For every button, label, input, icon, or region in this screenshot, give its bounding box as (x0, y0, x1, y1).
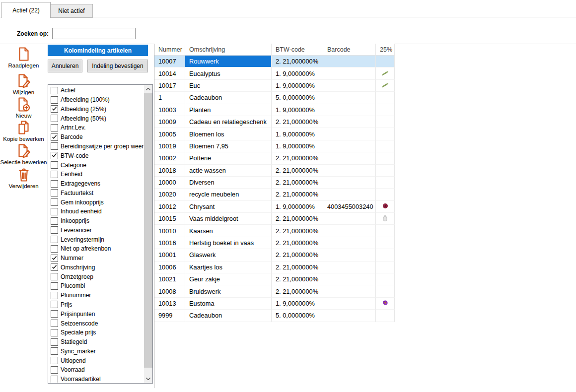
table-row[interactable]: 10017Euc1. 9,000000% (154, 80, 395, 92)
table-row[interactable]: 10016Herfstig boeket in vaas2. 21,000000… (154, 237, 395, 249)
column-checkbox-item[interactable]: Gem inkoopprijs (49, 197, 144, 207)
column-checkbox-item[interactable]: Niet op afrekenbon (49, 244, 144, 254)
checkbox-unchecked-icon[interactable] (51, 376, 58, 383)
checkbox-checked-icon[interactable] (51, 255, 58, 262)
column-checkbox-item[interactable]: Omschrijving (49, 263, 144, 272)
column-checkbox-item[interactable]: Speciale prijs (49, 328, 144, 337)
column-checkbox-item[interactable]: Voorraad (49, 365, 144, 375)
column-checkbox-item[interactable]: Bereidingswijze per groep weer (49, 142, 144, 151)
table-row[interactable]: 10018actie wassen2. 21,000000% (154, 165, 395, 177)
column-checkbox-item[interactable]: Prijsinpunten (49, 309, 144, 319)
checkbox-unchecked-icon[interactable] (51, 198, 58, 206)
toolbar-button-wijzigen[interactable]: Wijzigen (0, 73, 47, 95)
toolbar-button-raadplegen[interactable]: Raadplegen (0, 46, 47, 68)
table-row[interactable]: 10019Bloemen 7,951. 9,000000% (154, 140, 395, 152)
checkbox-unchecked-icon[interactable] (51, 236, 58, 243)
checkbox-unchecked-icon[interactable] (51, 115, 58, 122)
table-row[interactable]: 10013Eustoma1. 9,000000% (154, 298, 395, 310)
checkbox-unchecked-icon[interactable] (51, 310, 58, 318)
checkbox-unchecked-icon[interactable] (51, 347, 58, 355)
column-header-barcode[interactable]: Barcode (323, 44, 376, 56)
checkbox-unchecked-icon[interactable] (51, 320, 58, 327)
table-row[interactable]: 10005Bloemen los1. 9,000000% (154, 128, 395, 140)
checkbox-unchecked-icon[interactable] (51, 96, 58, 104)
column-checkbox-item[interactable]: Plucombi (49, 281, 144, 291)
table-row[interactable]: 1Cadeaubon5. 0,000000% (154, 92, 395, 104)
checkbox-checked-icon[interactable] (51, 263, 58, 271)
column-header-nummer[interactable]: Nummer (154, 44, 185, 56)
toolbar-button-nieuw[interactable]: Nieuw (0, 96, 47, 119)
column-checkbox-item[interactable]: Omzetgroep (49, 272, 144, 281)
table-row[interactable]: 10006Kaartjes los2. 21,000000% (154, 261, 395, 273)
column-checkbox-item[interactable]: Plunummer (49, 291, 144, 300)
column-header-omschrijving[interactable]: Omschrijving (185, 44, 272, 56)
column-checkbox-item[interactable]: Categorie (49, 160, 144, 170)
scroll-down-icon[interactable] (144, 375, 152, 383)
column-checkbox-item[interactable]: BTW-code (49, 151, 144, 160)
table-row[interactable]: 10015Vaas middelgroot2. 21,000000% (154, 213, 395, 225)
checkbox-unchecked-icon[interactable] (51, 273, 58, 280)
toolbar-button-verwijderen[interactable]: Verwijderen (0, 167, 47, 189)
scroll-up-icon[interactable] (144, 85, 152, 93)
table-row[interactable]: 10003Planten1. 9,000000% (154, 104, 395, 116)
checkbox-unchecked-icon[interactable] (51, 338, 58, 346)
column-checkbox-item[interactable]: Leveringstermijn (49, 235, 144, 244)
cancel-button[interactable]: Annuleren (48, 60, 82, 72)
checkbox-unchecked-icon[interactable] (51, 226, 58, 234)
column-checkbox-item[interactable]: Afbeelding (25%) (49, 105, 144, 114)
column-checkbox-item[interactable]: Leverancier (49, 225, 144, 235)
column-checkbox-item[interactable]: Inkoopprijs (49, 216, 144, 226)
column-checkbox-item[interactable]: Extragegevens (49, 179, 144, 189)
column-checkbox-item[interactable]: Sync_marker (49, 346, 144, 356)
scrollbar-thumb[interactable] (144, 93, 152, 368)
checkbox-unchecked-icon[interactable] (51, 329, 58, 336)
tab-actief[interactable]: Actief (22) (1, 2, 51, 18)
column-checkbox-item[interactable]: Factuurtekst (49, 188, 144, 197)
checkbox-checked-icon[interactable] (51, 152, 58, 159)
checkbox-unchecked-icon[interactable] (51, 87, 58, 94)
table-row[interactable]: 10008Bruidswerk2. 21,000000% (154, 285, 395, 297)
column-checkbox-item[interactable]: Afbeelding (50%) (49, 114, 144, 123)
checkbox-unchecked-icon[interactable] (51, 161, 58, 169)
column-checkbox-item[interactable]: Actief (49, 86, 144, 95)
column-checkbox-item[interactable]: Nummer (49, 254, 144, 263)
checkbox-unchecked-icon[interactable] (51, 366, 58, 374)
column-checkbox-item[interactable]: Eenheid (49, 170, 144, 179)
toolbar-button-kopie-bewerken[interactable]: Kopie bewerken (0, 120, 47, 142)
column-checkbox-item[interactable]: Afbeelding (100%) (49, 95, 144, 105)
checkbox-checked-icon[interactable] (51, 133, 58, 141)
column-checkbox-item[interactable]: Seizoenscode (49, 319, 144, 328)
column-checkbox-item[interactable]: Voorraadartikel (49, 375, 144, 383)
checkbox-unchecked-icon[interactable] (51, 301, 58, 308)
tab-niet-actief[interactable]: Niet actief (50, 4, 93, 18)
checkbox-checked-icon[interactable] (51, 105, 58, 113)
column-checkbox-item[interactable]: Inhoud eenheid (49, 207, 144, 216)
table-row[interactable]: 10012Chrysant1. 9,000000%4003455003240 (154, 201, 395, 213)
checkbox-unchecked-icon[interactable] (51, 217, 58, 225)
checkbox-unchecked-icon[interactable] (51, 282, 58, 290)
checkbox-unchecked-icon[interactable] (51, 142, 58, 150)
checkbox-unchecked-icon[interactable] (51, 208, 58, 215)
table-row[interactable]: 10009Cadeau en relatiegeschenk2. 21,0000… (154, 116, 395, 128)
checkbox-unchecked-icon[interactable] (51, 357, 58, 364)
listbox-scrollbar[interactable] (144, 85, 152, 383)
table-row[interactable]: 10014Eucalyptus1. 9,000000% (154, 67, 395, 79)
table-row[interactable]: 10020recycle meubelen2. 21,000000% (154, 189, 395, 200)
column-checkbox-item[interactable]: Prijs (49, 300, 144, 310)
column-header-25-[interactable]: 25% (376, 44, 395, 56)
table-row[interactable]: 10010Kaarsen2. 21,000000% (154, 225, 395, 237)
search-input[interactable] (52, 28, 136, 39)
checkbox-unchecked-icon[interactable] (51, 171, 58, 178)
checkbox-unchecked-icon[interactable] (51, 292, 58, 299)
toolbar-button-selectie-bewerken[interactable]: Selectie bewerken (0, 143, 47, 165)
column-checkbox-item[interactable]: Artnr.Lev. (49, 123, 144, 132)
checkbox-unchecked-icon[interactable] (51, 180, 58, 188)
column-checkbox-item[interactable]: Uitlopend (49, 356, 144, 365)
table-row-selected[interactable]: 10007Rouwwerk2. 21,000000% (154, 56, 395, 67)
table-row[interactable]: 9999Cadeaubon5. 0,000000% (154, 310, 395, 322)
table-row[interactable]: 10021Geur zakje2. 21,000000% (154, 273, 395, 285)
table-row[interactable]: 10002Potterie2. 21,000000% (154, 152, 395, 164)
column-header-btw-code[interactable]: BTW-code (272, 44, 323, 56)
table-row[interactable]: 10001Glaswerk2. 21,000000% (154, 249, 395, 261)
checkbox-unchecked-icon[interactable] (51, 245, 58, 253)
